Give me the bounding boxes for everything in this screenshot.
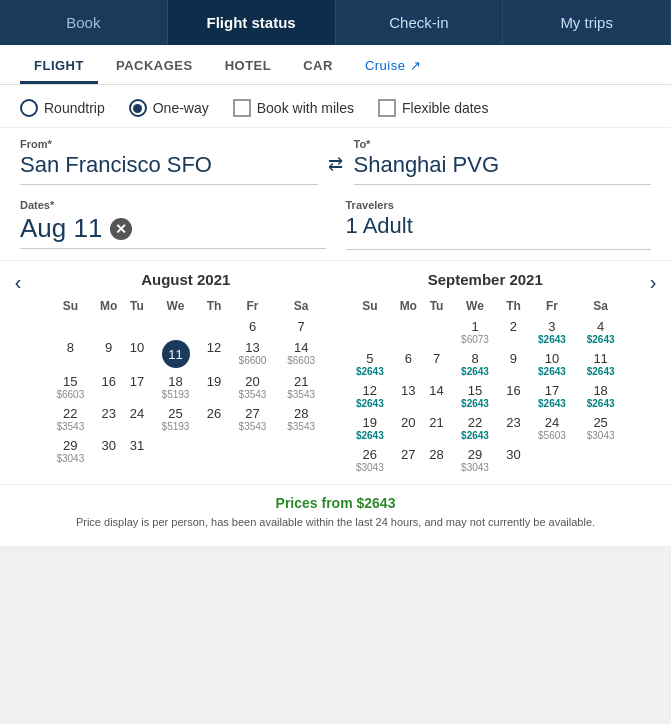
calendar-day[interactable]: 2 [499, 316, 527, 348]
from-field[interactable]: From* San Francisco SFO [20, 138, 318, 185]
calendar-day[interactable]: 27 [394, 444, 422, 476]
calendar-day[interactable]: 12$2643 [346, 380, 395, 412]
calendar-day[interactable]: 9 [95, 337, 123, 371]
calendar: ‹ August 2021 SuMoTuWeThFrSa 67891011121… [0, 260, 671, 546]
calendar-day[interactable]: 6 [394, 348, 422, 380]
calendar-day[interactable]: 21$3543 [277, 371, 326, 403]
nav-flight-status[interactable]: Flight status [168, 0, 336, 45]
sub-tabs-bar: FLIGHT PACKAGES HOTEL CAR Cruise ↗ [0, 45, 671, 85]
calendar-day [394, 316, 422, 348]
calendar-day [528, 444, 577, 476]
calendar-day[interactable]: 24 [123, 403, 151, 435]
calendar-day[interactable]: 8$2643 [451, 348, 500, 380]
calendar-day[interactable]: 18$2643 [576, 380, 625, 412]
book-with-miles-checkbox[interactable] [233, 99, 251, 117]
weekday-header: Sa [576, 296, 625, 316]
tab-packages[interactable]: PACKAGES [102, 50, 207, 84]
to-field[interactable]: To* Shanghai PVG [354, 138, 652, 185]
calendar-day[interactable]: 22$2643 [451, 412, 500, 444]
dates-field[interactable]: Dates* Aug 11 ✕ [20, 199, 326, 249]
travelers-field[interactable]: Travelers 1 Adult [346, 199, 652, 250]
weekday-header: Sa [277, 296, 326, 316]
nav-check-in[interactable]: Check-in [336, 0, 504, 45]
calendar-day[interactable]: 20$3543 [228, 371, 277, 403]
calendar-day[interactable]: 10$2643 [528, 348, 577, 380]
calendar-day[interactable]: 15$6603 [46, 371, 95, 403]
calendar-day[interactable]: 7 [422, 348, 450, 380]
calendar-day[interactable]: 8 [46, 337, 95, 371]
oneway-option[interactable]: One-way [129, 99, 209, 117]
calendar-day[interactable]: 21 [422, 412, 450, 444]
weekday-header: We [451, 296, 500, 316]
calendar-day[interactable]: 19 [200, 371, 228, 403]
calendar-day[interactable]: 11 [151, 337, 200, 371]
calendar-day [277, 435, 326, 467]
calendar-day[interactable]: 24$5603 [528, 412, 577, 444]
calendar-day[interactable]: 29$3043 [46, 435, 95, 467]
calendar-day[interactable]: 26$3043 [346, 444, 395, 476]
calendar-day[interactable]: 19$2643 [346, 412, 395, 444]
swap-button[interactable]: ⇄ [318, 153, 354, 185]
calendar-day[interactable]: 27$3543 [228, 403, 277, 435]
oneway-radio[interactable] [129, 99, 147, 117]
calendar-day [200, 316, 228, 337]
calendar-day[interactable]: 11$2643 [576, 348, 625, 380]
september-calendar: September 2021 SuMoTuWeThFrSa 1$607323$2… [336, 271, 636, 476]
calendar-day[interactable]: 23 [95, 403, 123, 435]
calendar-day[interactable]: 15$2643 [451, 380, 500, 412]
calendar-day[interactable]: 1$6073 [451, 316, 500, 348]
weekday-header: Mo [95, 296, 123, 316]
calendar-day[interactable]: 31 [123, 435, 151, 467]
calendar-day[interactable]: 17$2643 [528, 380, 577, 412]
calendar-day[interactable]: 10 [123, 337, 151, 371]
calendar-prev-button[interactable]: ‹ [0, 271, 36, 294]
calendar-day[interactable]: 23 [499, 412, 527, 444]
roundtrip-option[interactable]: Roundtrip [20, 99, 105, 117]
calendar-day[interactable]: 14$6603 [277, 337, 326, 371]
weekday-header: Tu [123, 296, 151, 316]
nav-book[interactable]: Book [0, 0, 168, 45]
calendar-day[interactable]: 28 [422, 444, 450, 476]
tab-flight[interactable]: FLIGHT [20, 50, 98, 84]
calendar-day[interactable]: 17 [123, 371, 151, 403]
calendar-day[interactable]: 20 [394, 412, 422, 444]
calendar-day[interactable]: 12 [200, 337, 228, 371]
calendar-day[interactable]: 5$2643 [346, 348, 395, 380]
calendar-day[interactable]: 4$2643 [576, 316, 625, 348]
calendar-day[interactable]: 30 [95, 435, 123, 467]
flexible-dates-option[interactable]: Flexible dates [378, 99, 488, 117]
calendar-day[interactable]: 3$2643 [528, 316, 577, 348]
calendar-day[interactable]: 25$5193 [151, 403, 200, 435]
calendar-day[interactable]: 16 [499, 380, 527, 412]
weekday-header: Su [46, 296, 95, 316]
calendar-day[interactable]: 9 [499, 348, 527, 380]
weekday-header: Fr [528, 296, 577, 316]
calendar-day[interactable]: 18$5193 [151, 371, 200, 403]
nav-my-trips[interactable]: My trips [503, 0, 671, 45]
calendar-day [95, 316, 123, 337]
search-options: Roundtrip One-way Book with miles Flexib… [0, 85, 671, 128]
calendar-day[interactable]: 16 [95, 371, 123, 403]
calendar-day[interactable]: 7 [277, 316, 326, 337]
top-navigation: Book Flight status Check-in My trips [0, 0, 671, 45]
calendar-day[interactable]: 29$3043 [451, 444, 500, 476]
calendar-day[interactable]: 26 [200, 403, 228, 435]
calendar-day[interactable]: 22$3543 [46, 403, 95, 435]
calendar-day[interactable]: 30 [499, 444, 527, 476]
roundtrip-radio[interactable] [20, 99, 38, 117]
calendar-day[interactable]: 6 [228, 316, 277, 337]
calendar-day[interactable]: 13 [394, 380, 422, 412]
flexible-dates-checkbox[interactable] [378, 99, 396, 117]
calendar-next-button[interactable]: › [635, 271, 671, 294]
tab-hotel[interactable]: HOTEL [211, 50, 286, 84]
calendar-day[interactable]: 13$6600 [228, 337, 277, 371]
book-with-miles-option[interactable]: Book with miles [233, 99, 354, 117]
calendar-day[interactable]: 25$3043 [576, 412, 625, 444]
clear-date-button[interactable]: ✕ [110, 218, 132, 240]
calendar-day[interactable]: 28$3543 [277, 403, 326, 435]
calendar-day[interactable]: 14 [422, 380, 450, 412]
tab-cruise[interactable]: Cruise ↗ [351, 50, 435, 84]
weekday-header: Mo [394, 296, 422, 316]
calendar-day [151, 316, 200, 337]
tab-car[interactable]: CAR [289, 50, 347, 84]
